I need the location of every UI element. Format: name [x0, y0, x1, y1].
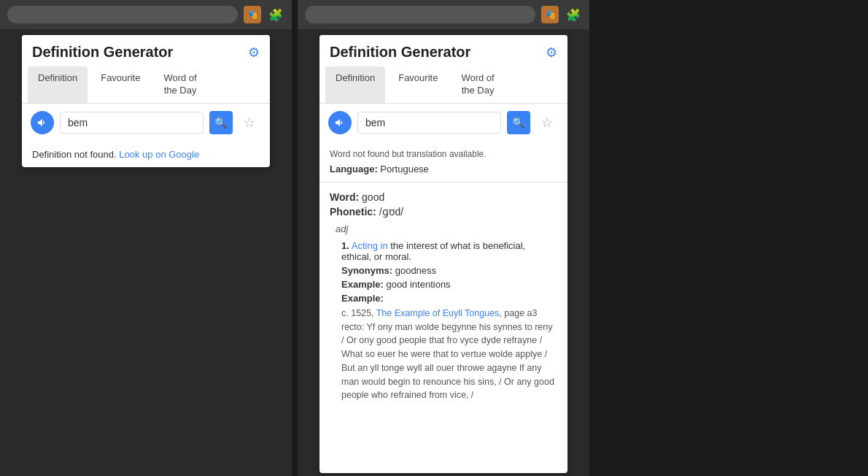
left-browser-icon: 🎭	[244, 6, 261, 23]
right-popup: Definition Generator ⚙ Definition Favour…	[319, 35, 567, 473]
right-search-input[interactable]	[357, 112, 501, 134]
left-not-found-text: not found.	[74, 149, 119, 160]
left-popup-title: Definition Generator	[32, 44, 173, 61]
right-word-label: Word:	[330, 191, 359, 203]
right-def-number-1: 1. Acting in the interest of what is ben…	[341, 240, 557, 262]
right-language-line: Language: Portuguese	[319, 162, 567, 183]
left-tab-favourite[interactable]: Favourite	[90, 66, 150, 103]
right-language-value: Portuguese	[380, 164, 429, 174]
right-example-line-1: Example: good intentions	[341, 279, 557, 290]
right-example-line-2: Example:	[341, 293, 557, 304]
left-definition-label: Definition	[32, 149, 71, 160]
right-synonyms-line: Synonyms: goodness	[341, 265, 557, 276]
left-google-link[interactable]: Look up on Google	[119, 149, 199, 160]
right-example-quote: c. 1525, The Example of Euyll Tongues, p…	[341, 307, 557, 402]
left-search-input[interactable]	[60, 112, 204, 134]
left-tab-word-of-the-day[interactable]: Word ofthe Day	[153, 66, 206, 103]
left-star-button[interactable]: ☆	[239, 111, 262, 134]
right-url-bar	[305, 6, 535, 23]
right-browser-panel: 🎭 🧩 Definition Generator ⚙ Definition Fa…	[298, 0, 589, 476]
right-star-button[interactable]: ☆	[536, 111, 559, 134]
left-gear-icon[interactable]: ⚙	[248, 45, 260, 61]
right-popup-title: Definition Generator	[330, 44, 470, 61]
right-ext-icon: 🧩	[565, 6, 582, 23]
right-popup-header: Definition Generator ⚙	[319, 35, 567, 66]
right-tab-definition[interactable]: Definition	[325, 66, 385, 103]
right-definition-section: Word: good Phonetic: /ɡʊd/ adj 1. Acting…	[319, 183, 567, 418]
left-tabs: Definition Favourite Word ofthe Day	[22, 66, 270, 104]
right-popup-content[interactable]: Word not found but translation available…	[319, 142, 567, 473]
left-ext-icon: 🧩	[267, 6, 284, 23]
left-url-bar	[7, 6, 238, 23]
left-browser-chrome: 🎭 🧩	[0, 0, 292, 29]
right-speaker-icon	[334, 117, 346, 128]
right-phonetic-line: Phonetic: /ɡʊd/	[330, 206, 557, 218]
right-translation-notice: Word not found but translation available…	[319, 142, 567, 162]
left-speaker-icon	[36, 117, 48, 128]
left-not-found-message: Definition not found. Look up on Google	[22, 142, 270, 167]
left-popup: Definition Generator ⚙ Definition Favour…	[22, 35, 270, 167]
left-search-bar: 🔍 ☆	[22, 104, 270, 142]
right-speaker-button[interactable]	[328, 111, 352, 134]
right-gear-icon[interactable]: ⚙	[546, 45, 557, 61]
right-search-button[interactable]: 🔍	[507, 111, 530, 134]
left-search-button[interactable]: 🔍	[209, 111, 233, 134]
right-language-label: Language:	[330, 164, 378, 174]
left-popup-header: Definition Generator ⚙	[22, 35, 270, 66]
right-pos-label: adj	[330, 223, 557, 234]
right-browser-icon: 🎭	[541, 6, 559, 23]
right-phonetic-value: /ɡʊd/	[379, 206, 404, 218]
right-browser-chrome: 🎭 🧩	[298, 0, 589, 29]
left-browser-panel: 🎭 🧩 Definition Generator ⚙ Definition Fa…	[0, 0, 292, 476]
right-def-entry-1: 1. Acting in the interest of what is ben…	[330, 240, 557, 402]
right-word-line: Word: good	[330, 191, 557, 203]
right-tab-favourite[interactable]: Favourite	[388, 66, 448, 103]
right-search-bar: 🔍 ☆	[319, 104, 567, 142]
right-tabs: Definition Favourite Word ofthe Day	[319, 66, 567, 104]
right-phonetic-label: Phonetic:	[330, 206, 376, 218]
left-tab-definition[interactable]: Definition	[28, 66, 88, 103]
dark-background	[589, 0, 868, 476]
right-word-value: good	[362, 191, 384, 203]
left-speaker-button[interactable]	[31, 111, 54, 134]
right-tab-word-of-the-day[interactable]: Word ofthe Day	[451, 66, 504, 103]
